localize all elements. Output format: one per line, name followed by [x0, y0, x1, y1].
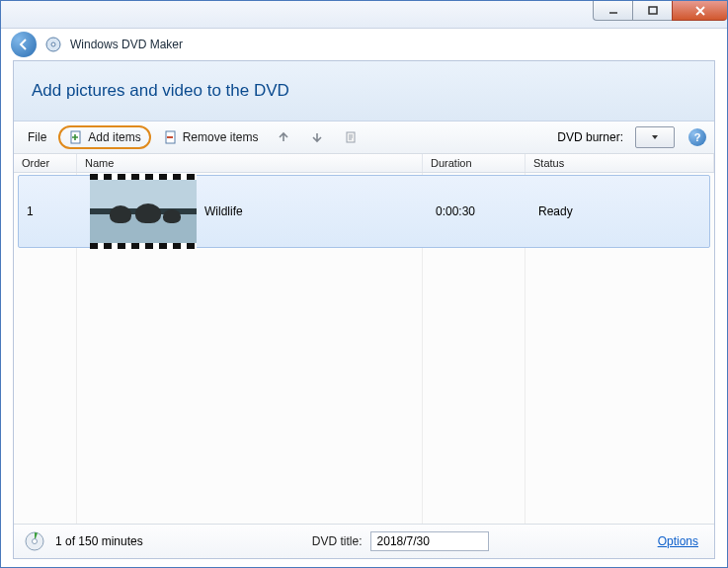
app-title: Windows DVD Maker — [70, 38, 183, 51]
add-items-button[interactable]: Add items — [58, 125, 150, 149]
cell-duration: 0:00:30 — [428, 202, 530, 221]
properties-button[interactable] — [337, 127, 364, 147]
arrow-up-icon — [276, 129, 291, 145]
help-button[interactable]: ? — [688, 128, 706, 146]
file-menu[interactable]: File — [22, 128, 52, 146]
disc-usage-icon — [24, 530, 45, 552]
arrow-down-icon — [309, 129, 325, 145]
move-down-button[interactable] — [303, 127, 331, 147]
burner-select[interactable] — [635, 126, 675, 148]
svg-point-7 — [33, 539, 38, 544]
options-link[interactable]: Options — [658, 534, 698, 548]
cell-status: Ready — [530, 202, 709, 221]
dvd-title-label: DVD title: — [312, 534, 363, 548]
page-title: Add pictures and video to the DVD — [32, 81, 696, 101]
add-icon — [68, 129, 84, 145]
remove-icon — [163, 129, 179, 145]
window-titlebar — [1, 1, 727, 29]
table-row[interactable]: 1 Wildlife 0:00:30 Ready — [18, 175, 710, 248]
svg-point-2 — [51, 42, 55, 46]
col-duration[interactable]: Duration — [423, 154, 526, 172]
back-button[interactable] — [11, 32, 37, 57]
remove-items-button[interactable]: Remove items — [157, 127, 265, 147]
cell-name: Wildlife — [204, 204, 243, 218]
minimize-button[interactable] — [593, 1, 632, 21]
properties-icon — [343, 129, 359, 145]
col-name[interactable]: Name — [77, 154, 423, 172]
close-button[interactable] — [672, 1, 727, 21]
move-up-button[interactable] — [270, 127, 297, 147]
video-thumbnail — [90, 174, 197, 249]
dvd-title-input[interactable] — [370, 531, 489, 551]
burner-label: DVD burner: — [557, 130, 623, 144]
app-icon — [44, 36, 62, 53]
col-status[interactable]: Status — [526, 154, 714, 172]
banner: Add pictures and video to the DVD — [14, 61, 714, 122]
minutes-used: 1 of 150 minutes — [55, 534, 143, 548]
maximize-button[interactable] — [632, 1, 672, 21]
svg-rect-0 — [649, 7, 657, 14]
col-order[interactable]: Order — [14, 154, 77, 172]
cell-order: 1 — [19, 202, 82, 221]
